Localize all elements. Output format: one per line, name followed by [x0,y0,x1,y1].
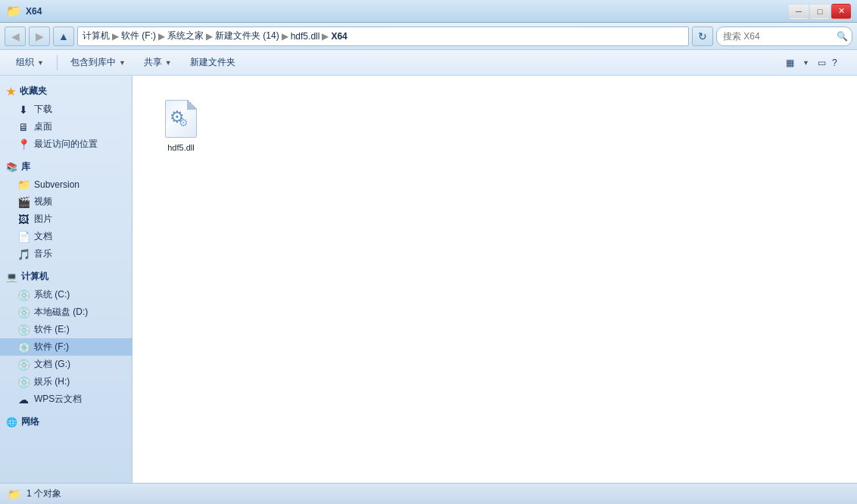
close-button[interactable]: ✕ [831,4,851,19]
newfolder-button[interactable]: 新建文件夹 [182,53,244,73]
sidebar-item-e-label: 软件 (E:) [34,323,70,336]
path-fdrive[interactable]: 软件 (F:) [121,30,156,42]
view-down-arrow: ▼ [802,59,809,67]
sidebar-item-d-label: 本地磁盘 (D:) [34,306,88,319]
f-drive-icon: 💿 [17,341,30,353]
computer-icon: 💻 [6,272,17,282]
content-area[interactable]: ⚙ ⚙ hdf5.dll [132,76,857,483]
sidebar-item-e[interactable]: 💿 软件 (E:) [0,321,132,338]
titlebar: 📁 X64 ─ □ ✕ [0,0,857,23]
sidebar: ★ 收藏夹 ⬇ 下载 🖥 桌面 📍 最近访问的位置 📚 库 � [0,76,132,483]
sidebar-item-download[interactable]: ⬇ 下载 [0,101,132,118]
help-icon: ? [832,58,837,68]
help-button[interactable]: ? [831,53,849,73]
path-sysdir[interactable]: 系统之家 [167,30,204,42]
path-sep-3: ▶ [206,31,213,42]
network-icon: 🌐 [6,417,17,428]
sidebar-item-pictures[interactable]: 🖼 图片 [0,210,132,228]
organize-arrow: ▼ [37,59,44,67]
path-newfolder[interactable]: 新建文件夹 (14) [215,30,279,42]
sidebar-item-c-label: 系统 (C:) [34,288,70,301]
share-button[interactable]: 共享 ▼ [136,53,180,73]
favorites-section: ★ 收藏夹 ⬇ 下载 🖥 桌面 📍 最近访问的位置 [0,82,132,153]
sidebar-item-desktop-label: 桌面 [34,120,52,133]
preview-button[interactable]: ▭ [814,53,830,73]
back-button[interactable]: ◀ [5,26,26,46]
addressbar: ◀ ▶ ▲ 计算机 ▶ 软件 (F:) ▶ 系统之家 ▶ 新建文件夹 (14) … [0,23,857,50]
network-header[interactable]: 🌐 网络 [0,412,132,431]
path-sep-4: ▶ [282,31,288,42]
sidebar-item-f[interactable]: 💿 软件 (F:) [0,338,132,356]
dll-file-icon: ⚙ ⚙ [162,98,200,139]
gear-small-icon: ⚙ [179,117,189,129]
h-drive-icon: 💿 [17,376,30,388]
g-drive-icon: 💿 [17,359,30,371]
view-icon: ▦ [786,58,794,68]
search-input[interactable] [723,31,837,42]
library-icon: 📚 [6,162,17,173]
path-x64[interactable]: X64 [331,31,347,42]
forward-button[interactable]: ▶ [29,26,50,46]
refresh-button[interactable]: ↻ [692,26,713,46]
recent-icon: 📍 [17,138,30,151]
organize-label: 组织 [16,56,34,69]
address-path[interactable]: 计算机 ▶ 软件 (F:) ▶ 系统之家 ▶ 新建文件夹 (14) ▶ hdf5… [77,26,689,46]
include-button[interactable]: 包含到库中 ▼ [62,53,134,73]
titlebar-title: X64 [26,6,42,17]
sidebar-item-g[interactable]: 💿 文档 (G:) [0,356,132,373]
sidebar-item-d[interactable]: 💿 本地磁盘 (D:) [0,303,132,321]
sidebar-item-wps[interactable]: ☁ WPS云文档 [0,390,132,408]
sidebar-item-g-label: 文档 (G:) [34,358,70,371]
up-button[interactable]: ▲ [53,26,74,46]
share-arrow: ▼ [165,59,172,67]
sidebar-item-desktop[interactable]: 🖥 桌面 [0,118,132,135]
library-header[interactable]: 📚 库 [0,157,132,176]
sidebar-item-music-label: 音乐 [34,247,52,260]
library-section: 📚 库 📁 Subversion 🎬 视频 🖼 图片 📄 文档 🎵 音乐 [0,157,132,263]
sidebar-item-video-label: 视频 [34,195,52,208]
download-icon: ⬇ [17,104,30,116]
toolbar-sep-1 [57,55,58,70]
titlebar-controls: ─ □ ✕ [789,4,851,19]
file-item-hdf5[interactable]: ⚙ ⚙ hdf5.dll [151,94,211,157]
star-icon: ★ [6,86,16,98]
path-computer[interactable]: 计算机 [83,30,110,42]
subversion-icon: 📁 [17,179,30,191]
sidebar-item-music[interactable]: 🎵 音乐 [0,245,132,263]
search-box[interactable]: 🔍 [716,26,852,46]
path-hdf5[interactable]: hdf5.dll [291,31,320,42]
sidebar-item-f-label: 软件 (F:) [34,341,69,353]
library-label: 库 [21,160,30,173]
file-label-hdf5: hdf5.dll [167,142,194,153]
view-arrow-button[interactable]: ▼ [799,53,812,73]
main: ★ 收藏夹 ⬇ 下载 🖥 桌面 📍 最近访问的位置 📚 库 � [0,76,857,483]
sidebar-item-h[interactable]: 💿 娱乐 (H:) [0,373,132,390]
sidebar-item-video[interactable]: 🎬 视频 [0,193,132,210]
path-sep-2: ▶ [158,31,165,42]
toolbar: 组织 ▼ 包含到库中 ▼ 共享 ▼ 新建文件夹 ▦ ▼ ▭ ? [0,50,857,76]
path-sep-1: ▶ [112,31,119,42]
file-icon-wrapper: ⚙ ⚙ [160,98,201,139]
sidebar-item-subversion[interactable]: 📁 Subversion [0,176,132,193]
include-arrow: ▼ [119,59,126,67]
organize-button[interactable]: 组织 ▼ [8,53,52,73]
minimize-button[interactable]: ─ [789,4,809,19]
view-toggle-button[interactable]: ▦ [782,53,798,73]
statusbar-count: 1 个对象 [26,487,61,500]
favorites-header[interactable]: ★ 收藏夹 [0,82,132,101]
c-drive-icon: 💿 [17,289,30,301]
sidebar-item-documents[interactable]: 📄 文档 [0,228,132,245]
computer-label: 计算机 [21,270,48,283]
maximize-button[interactable]: □ [810,4,830,19]
network-section: 🌐 网络 [0,412,132,431]
sidebar-item-c[interactable]: 💿 系统 (C:) [0,286,132,303]
sidebar-item-wps-label: WPS云文档 [34,393,82,406]
window-folder-icon: 📁 [6,4,21,18]
include-label: 包含到库中 [70,56,116,69]
sidebar-item-recent[interactable]: 📍 最近访问的位置 [0,135,132,153]
computer-header[interactable]: 💻 计算机 [0,267,132,286]
sidebar-item-pictures-label: 图片 [34,213,52,226]
video-icon: 🎬 [17,196,30,208]
sidebar-item-documents-label: 文档 [34,230,52,243]
sidebar-item-recent-label: 最近访问的位置 [34,138,98,151]
